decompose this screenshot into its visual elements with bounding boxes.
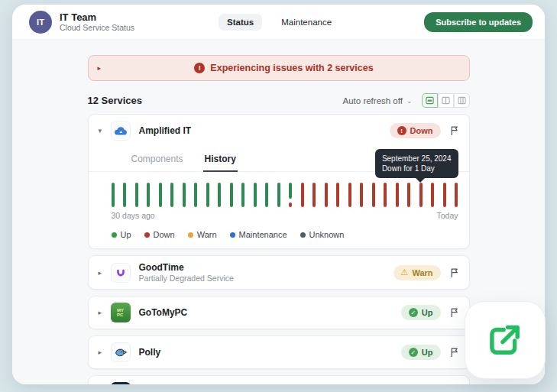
history-bar-up[interactable]	[183, 183, 186, 207]
legend-item-warn: Warn	[188, 230, 217, 239]
history-bar-up[interactable]	[123, 183, 126, 207]
chevron-right-icon[interactable]: ▸	[99, 309, 111, 316]
brightly-logo	[111, 382, 131, 384]
history-bar-down[interactable]	[372, 183, 375, 207]
tooltip-date: September 25, 2024	[382, 154, 452, 164]
history-bar-up[interactable]	[230, 183, 233, 207]
service-card-amplified-it: ▾ Amplified IT ! Down Components	[88, 114, 470, 249]
history-bar-up[interactable]	[265, 183, 268, 207]
history-chart: September 25, 2024 Down for 1 Day	[112, 183, 458, 207]
axis-end-label: Today	[436, 211, 458, 220]
avatar: IT	[29, 11, 52, 34]
history-tooltip: September 25, 2024 Down for 1 Day	[375, 149, 458, 178]
chevron-down-icon[interactable]: ⌄	[406, 97, 413, 105]
history-bar-up[interactable]	[159, 183, 162, 207]
history-bar-down[interactable]	[407, 183, 410, 207]
service-card-gotomypc: ▸MYPCGoToMyPC✓Up	[88, 296, 470, 329]
services-list: ▸GoodTimePartially Degraded Service⚠Warn…	[88, 255, 470, 384]
tab-status[interactable]: Status	[219, 14, 262, 31]
status-badge-down: ! Down	[390, 123, 441, 138]
error-circle-icon: !	[194, 63, 205, 73]
gotomypc-logo: MYPC	[111, 303, 131, 322]
alert-message: Experiencing issues with 2 services	[210, 63, 373, 73]
service-name: Amplified IT	[139, 125, 192, 136]
service-card-header[interactable]: ▾ Amplified IT ! Down	[89, 115, 469, 147]
chevron-right-icon[interactable]: ▸	[99, 269, 111, 277]
history-bar-up[interactable]	[254, 183, 257, 207]
history-bar-down[interactable]	[431, 183, 434, 207]
history-bar-down[interactable]	[419, 183, 423, 207]
goodtime-logo	[111, 263, 131, 283]
flag-report-icon[interactable]	[449, 267, 459, 278]
history-bar-down[interactable]	[384, 183, 387, 207]
service-card-goodtime: ▸GoodTimePartially Degraded Service⚠Warn	[88, 255, 470, 290]
history-bar-up[interactable]	[170, 183, 173, 207]
subscribe-to-updates-button[interactable]: Subscribe to updates	[424, 12, 533, 32]
service-card-header[interactable]: ▸GoodTimePartially Degraded Service⚠Warn	[89, 256, 469, 289]
history-bar-down[interactable]	[336, 183, 339, 207]
status-badge-up: ✓Up	[401, 305, 441, 320]
status-badge-label: Up	[422, 308, 433, 317]
two-column-view-icon	[442, 96, 450, 105]
history-bar-up[interactable]	[194, 183, 197, 207]
services-count-title: 12 Services	[88, 95, 343, 106]
history-bar-down[interactable]	[360, 183, 363, 207]
flag-report-icon[interactable]	[449, 307, 459, 318]
status-badge-label: Down	[410, 126, 433, 135]
page-header: IT IT Team Cloud Service Status Status M…	[12, 5, 545, 40]
up-check-icon: ✓	[409, 308, 418, 317]
legend-item-unknown: Unknown	[300, 230, 345, 239]
open-external-widget[interactable]	[465, 301, 546, 379]
warn-triangle-icon: ⚠	[401, 268, 409, 277]
history-bar-down[interactable]	[396, 183, 399, 207]
history-bar-up[interactable]	[241, 183, 244, 207]
tab-maintenance[interactable]: Maintenance	[273, 14, 340, 31]
tab-history[interactable]: History	[203, 148, 238, 172]
page-subtitle: Cloud Service Status	[60, 23, 134, 33]
history-bar-up[interactable]	[147, 183, 150, 207]
auto-refresh-dropdown[interactable]: Auto refresh off	[343, 96, 403, 105]
view-columns-2-button[interactable]	[438, 93, 454, 108]
three-column-view-icon	[458, 96, 466, 105]
chevron-right-icon[interactable]: ▸	[98, 64, 108, 72]
status-legend: UpDownWarnMaintenanceUnknown	[112, 230, 458, 239]
history-bar-down[interactable]	[325, 183, 328, 207]
history-bar-up[interactable]	[135, 183, 138, 207]
service-card-header[interactable]: ▸Brightly Software✓Up	[89, 376, 469, 384]
legend-dot-icon	[230, 232, 235, 238]
header-nav: Status Maintenance	[134, 14, 424, 31]
service-card-polly: ▸Polly✓Up	[88, 335, 470, 369]
history-bar-down[interactable]	[301, 183, 304, 207]
amplified-it-cloud-logo	[111, 121, 131, 141]
history-bar-down[interactable]	[455, 183, 458, 207]
history-bar-down[interactable]	[443, 183, 446, 207]
chevron-down-icon[interactable]: ▾	[99, 127, 111, 134]
flag-report-icon[interactable]	[449, 125, 459, 136]
status-badge-label: Warn	[412, 268, 432, 277]
history-bar-up-down[interactable]	[289, 183, 292, 207]
flag-report-icon[interactable]	[449, 347, 459, 358]
page-title: IT Team	[60, 11, 134, 23]
down-circle-icon: !	[397, 126, 406, 135]
axis-start-label: 30 days ago	[112, 211, 155, 220]
history-bar-down[interactable]	[348, 183, 351, 207]
up-check-icon: ✓	[409, 348, 418, 357]
view-columns-3-button[interactable]	[454, 93, 470, 108]
history-axis-labels: 30 days ago Today	[112, 211, 458, 220]
issues-alert-banner[interactable]: ▸ ! Experiencing issues with 2 services	[88, 55, 470, 81]
tab-components[interactable]: Components	[130, 148, 185, 171]
status-badge-warn: ⚠Warn	[393, 265, 441, 280]
service-card-header[interactable]: ▸MYPCGoToMyPC✓Up	[89, 296, 469, 329]
external-link-icon	[484, 319, 526, 361]
service-card-header[interactable]: ▸Polly✓Up	[89, 336, 469, 368]
legend-dot-icon	[300, 232, 306, 238]
list-view-icon	[426, 96, 434, 105]
history-bar-up[interactable]	[277, 183, 280, 207]
services-toolbar: 12 Services Auto refresh off ⌄	[88, 93, 470, 108]
chevron-right-icon[interactable]: ▸	[99, 348, 111, 356]
history-bar-up[interactable]	[206, 183, 209, 207]
view-list-button[interactable]	[422, 93, 438, 108]
history-bar-down[interactable]	[313, 183, 316, 207]
history-bar-up[interactable]	[112, 183, 115, 207]
history-bar-up[interactable]	[218, 183, 221, 207]
